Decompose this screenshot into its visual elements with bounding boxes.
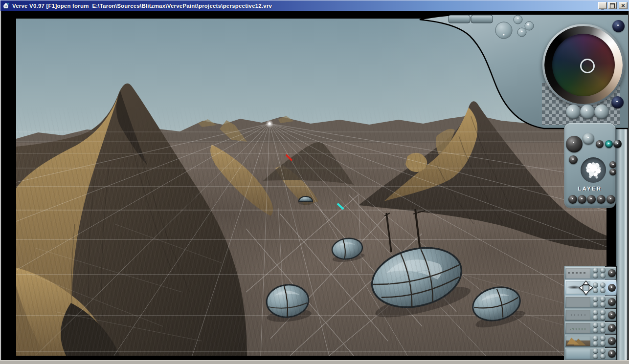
- layer-row[interactable]: [565, 267, 616, 279]
- toolbar-slot-button-1[interactable]: [449, 15, 470, 23]
- layer-row[interactable]: [565, 348, 616, 360]
- brush-tip-preview[interactable]: [581, 157, 606, 183]
- layer-toggle-pair[interactable]: [600, 336, 606, 346]
- layer-toggle-pair[interactable]: [600, 268, 606, 278]
- splatter-brush-icon: [583, 159, 604, 181]
- layer-select-button[interactable]: [608, 269, 616, 277]
- layer-row[interactable]: [565, 296, 616, 308]
- layer-toggle-pair[interactable]: [593, 268, 599, 278]
- brush-mode-button-2[interactable]: [605, 140, 613, 148]
- brush-mode-button-1[interactable]: [596, 140, 604, 148]
- layer-select-button[interactable]: [608, 311, 616, 319]
- minimize-button[interactable]: _: [598, 2, 607, 9]
- close-button[interactable]: ✕: [619, 2, 628, 9]
- layer-row[interactable]: [565, 322, 616, 334]
- layer-thumbnail[interactable]: [566, 310, 590, 320]
- layer-action-button-4[interactable]: [597, 195, 606, 204]
- corner-sphere-button-bottom[interactable]: [611, 96, 624, 108]
- toolbar-slot-button-2[interactable]: [471, 15, 493, 23]
- layer-select-button[interactable]: [608, 350, 616, 358]
- layer-toggle-pair[interactable]: [593, 336, 599, 346]
- layer-toggle-pair[interactable]: [593, 282, 599, 293]
- layer-row[interactable]: [565, 309, 616, 321]
- layer-toggle-pair[interactable]: [600, 322, 606, 333]
- layer-toggle-pair[interactable]: [600, 297, 606, 307]
- layer-thumbnail[interactable]: [566, 268, 590, 278]
- wheel-option-button-2[interactable]: [580, 105, 595, 119]
- brush-tiny-button-2[interactable]: [609, 169, 616, 175]
- toolbar-small-button-1[interactable]: [514, 15, 522, 24]
- brush-size-sphere[interactable]: [566, 136, 583, 152]
- layer-row[interactable]: [565, 335, 616, 347]
- layer-action-button-5[interactable]: [607, 195, 615, 204]
- brush-panel: LAYER: [564, 123, 615, 208]
- layer-toggle-pair[interactable]: [593, 348, 599, 359]
- layer-row[interactable]: [565, 280, 616, 295]
- layer-rows: [564, 267, 617, 360]
- layer-toggle-pair[interactable]: [600, 310, 606, 321]
- layer-action-button-2[interactable]: [578, 195, 586, 204]
- layers-panel: [564, 266, 617, 364]
- vanishing-point: [269, 123, 271, 125]
- layer-thumbnail[interactable]: [566, 349, 590, 359]
- corner-sphere-button-top[interactable]: [612, 20, 625, 32]
- window-title: Verve V0.97 [F1]open forum E:\Taron\Sour…: [12, 3, 272, 9]
- brush-tiny-button-1[interactable]: [609, 161, 616, 168]
- layer-select-button[interactable]: [608, 324, 616, 332]
- layer-action-button-1[interactable]: [568, 195, 577, 204]
- toolbar-small-button-3[interactable]: [517, 28, 526, 37]
- layer-thumbnail[interactable]: [566, 297, 590, 307]
- layer-action-button-3[interactable]: [587, 195, 596, 204]
- wheel-option-button-3[interactable]: [594, 105, 609, 119]
- toolbar-main-button[interactable]: [495, 22, 512, 39]
- layer-toggle-pair[interactable]: [600, 348, 606, 359]
- layer-thumbnail[interactable]: [566, 323, 590, 333]
- layer-select-button[interactable]: [608, 298, 616, 306]
- titlebar[interactable]: Verve V0.97 [F1]open forum E:\Taron\Sour…: [0, 0, 629, 11]
- layer-toggle-pair[interactable]: [593, 310, 599, 321]
- verve-app-window: { "window": { "title": "Verve V0.97 [F1]…: [0, 0, 629, 364]
- layer-section-label: LAYER: [564, 186, 615, 192]
- wheel-option-button-1[interactable]: [566, 105, 581, 119]
- brush-option-sphere[interactable]: [583, 133, 594, 145]
- brush-small-sphere[interactable]: [569, 155, 578, 164]
- layer-thumbnail[interactable]: [566, 336, 590, 346]
- move-cursor-icon: [579, 280, 593, 295]
- toolbar-small-button-2[interactable]: [525, 21, 534, 30]
- layer-select-button[interactable]: [608, 337, 616, 345]
- app-icon: [2, 2, 10, 10]
- layer-toggle-pair[interactable]: [593, 322, 599, 333]
- layer-toggle-pair[interactable]: [593, 297, 599, 307]
- layer-toggle-pair[interactable]: [600, 282, 606, 293]
- maximize-button[interactable]: [608, 2, 617, 9]
- brush-mode-button-3[interactable]: [613, 140, 622, 148]
- window-border-bottom: [0, 360, 629, 364]
- color-cursor[interactable]: [580, 59, 595, 73]
- layer-select-button[interactable]: [608, 284, 616, 292]
- window-border-left: [0, 11, 1, 364]
